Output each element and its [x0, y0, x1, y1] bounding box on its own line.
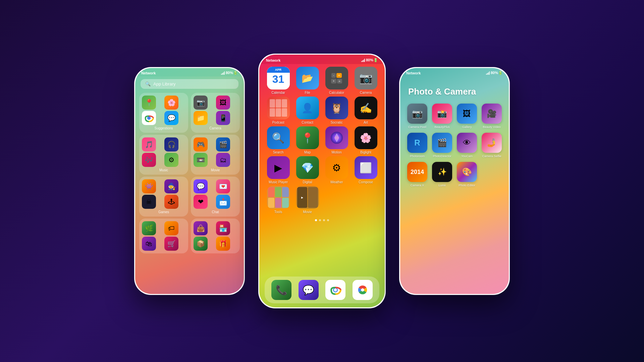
app-icon-shop2[interactable]: 🛒 — [164, 237, 178, 251]
calculator-label: Calculator — [329, 91, 344, 95]
app-file[interactable]: 📂 File — [294, 67, 321, 95]
app-icon-gallery[interactable]: 🖼 — [216, 96, 230, 110]
app-icon-photos[interactable]: 🌸 — [164, 96, 178, 110]
apps1-group[interactable]: 🌿 🏷 🛍 🛒 — [139, 219, 188, 253]
app-icon-multi[interactable]: 📱 — [216, 111, 230, 125]
app-icon-camera[interactable]: 📷 — [194, 96, 208, 110]
app-calculator[interactable]: - × + = Calculator — [323, 67, 350, 95]
chat-group[interactable]: 💬 💌 ❤ 📩 Chat — [191, 177, 240, 217]
app-icon-game[interactable]: 🎮 — [194, 137, 208, 152]
photo-app-youcam[interactable]: 👁 YouCam — [457, 133, 477, 158]
app-icon-games1[interactable]: 👾 — [142, 179, 156, 193]
app-icon-apps2[interactable]: 🏷 — [164, 221, 178, 235]
app-podcast[interactable]: Podcast — [265, 97, 292, 124]
games-label: Games — [142, 210, 185, 214]
app-icon-games3[interactable]: 🕹 — [164, 195, 178, 209]
photo-app-photoroom[interactable]: R Photoroom — [407, 133, 428, 158]
app-icon-misc1[interactable]: 📦 — [194, 237, 208, 251]
photo-app-camerax[interactable]: 2014 Camera X — [407, 162, 428, 187]
app-weather[interactable]: ⚙ Weather — [323, 156, 350, 184]
app-icon-games2[interactable]: 🧙 — [164, 179, 178, 193]
app-contact[interactable]: 👤 Contact — [294, 97, 321, 124]
apps2-group[interactable]: 👜 🏪 📦 🎁 — [191, 219, 240, 253]
photo-app-lumii[interactable]: ✨ Lumii — [432, 162, 452, 187]
app-icon-shop1[interactable]: 🛍 — [142, 237, 156, 251]
photo-app-beautyvideo[interactable]: 🎥 Beauty Video — [481, 104, 502, 129]
contact-icon: 👤 — [296, 97, 319, 119]
app-icon-chat2[interactable]: 💌 — [216, 179, 230, 193]
app-compose[interactable]: ⬜ Compose — [352, 156, 379, 184]
gallery-icon: 🖼 — [457, 104, 477, 124]
battery-label-1: 80%🔋 — [226, 71, 238, 75]
app-icon-bag[interactable]: 👜 — [194, 221, 208, 235]
svg-point-7 — [361, 288, 364, 292]
app-library-search[interactable]: 🔍 App Library — [141, 79, 238, 89]
app-icon-pirates[interactable]: ☠ — [142, 195, 156, 209]
beautyvideo-label: Beauty Video — [483, 125, 500, 129]
photoeditor-label: Photo Editor — [459, 184, 475, 187]
app-icon-dots[interactable]: ⚙ — [164, 153, 178, 167]
music-group[interactable]: 🎵 🎧 🎶 ⚙ Music — [139, 135, 188, 175]
map-icon: 📍 — [296, 126, 319, 149]
photoeditor-icon: 🎨 — [457, 162, 477, 182]
app-icon-more2[interactable]: 🗂 — [216, 153, 230, 167]
app-icon-apps1[interactable]: 🌿 — [142, 221, 156, 235]
campix-label: Camera Pixel — [408, 125, 426, 129]
app-icon-chat4[interactable]: 📩 — [216, 195, 230, 209]
app-icon-messages[interactable]: 💬 — [164, 111, 178, 125]
dock-photos[interactable] — [353, 280, 373, 300]
suggestions-group[interactable]: 📍 🌸 💬 Suggestions — [139, 93, 188, 133]
digital-label: Digital — [303, 180, 312, 184]
app-movie2[interactable]: ▶ Movie — [294, 186, 321, 214]
app-icon-chat3[interactable]: ❤ — [194, 195, 208, 209]
dock-messages[interactable]: 💬 — [299, 280, 319, 300]
weather-label: Weather — [330, 180, 343, 184]
app-icon-sale[interactable]: 🏪 — [216, 221, 230, 235]
dock-phone[interactable]: 📞 — [271, 280, 291, 300]
camera2-label: Camera — [360, 91, 372, 95]
photo-app-beautyplus[interactable]: 📸 BeautyPlus — [432, 104, 452, 129]
app-icon-files[interactable]: 📁 — [194, 111, 208, 125]
app-icon-chat1[interactable]: 💬 — [194, 179, 208, 193]
app-socratic[interactable]: 🦉 Socratic — [323, 97, 350, 124]
app-icon-misc2[interactable]: 🎁 — [216, 237, 230, 251]
photo-app-cameraselfie[interactable]: 🤳 Camera Selfie — [481, 133, 502, 158]
app-icon-movie[interactable]: 🎬 — [216, 137, 230, 152]
beautyplus-label: BeautyPlus — [434, 125, 450, 129]
app-icon-music1[interactable]: 🎵 — [142, 137, 156, 152]
app-search[interactable]: 🔍 Search — [265, 126, 292, 154]
app-motion[interactable]: Motion — [323, 126, 350, 154]
app-calendar[interactable]: APR 31 Calendar — [265, 67, 292, 95]
search-icon-app: 🔍 — [267, 126, 290, 149]
app-biglight[interactable]: 🌸 Biglight — [352, 126, 379, 154]
app-icon-maps[interactable]: 📍 — [142, 96, 156, 110]
app-icon-more1[interactable]: 📼 — [194, 153, 208, 167]
calc-icon: - × + = — [325, 67, 348, 89]
dot-2 — [319, 219, 321, 221]
status-bar-1: Network 80%🔋 — [135, 68, 244, 76]
chat-label: Chat — [194, 210, 237, 214]
movie-group[interactable]: 🎮 🎬 📼 🗂 Movie — [191, 135, 240, 175]
app-digital[interactable]: 💎 Digital — [294, 156, 321, 184]
network-label-3: Network — [406, 71, 421, 75]
photo-app-campix[interactable]: 📷 Camera Pixel — [407, 104, 428, 129]
photo-app-photoeditor[interactable]: 🎨 Photo Editor — [457, 162, 477, 187]
photodirector-icon: 🎬 — [432, 133, 452, 153]
status-right-2: 80%🔋 — [361, 58, 378, 62]
app-icon-musicapp[interactable]: 🎶 — [142, 153, 156, 167]
app-map[interactable]: 📍 Map — [294, 126, 321, 154]
signal-icon-1 — [221, 71, 225, 75]
app-music-player[interactable]: ▶ Music Player — [265, 156, 292, 184]
app-icon-chrome[interactable] — [142, 111, 156, 125]
phone-2: Network 80%🔋 APR 31 — [258, 54, 386, 308]
dock-chrome[interactable] — [325, 280, 345, 300]
app-camera2[interactable]: 📷 Camera — [352, 67, 379, 95]
photo-app-gallery[interactable]: 🖼 Gallery — [457, 104, 477, 129]
app-tools[interactable]: Tools — [265, 186, 292, 214]
app-art[interactable]: ✍ Art — [352, 97, 379, 124]
photo-app-photodirector[interactable]: 🎬 PhotoDirector — [432, 133, 452, 158]
app-icon-music2[interactable]: 🎧 — [164, 137, 178, 152]
games-group[interactable]: 👾 🧙 ☠ 🕹 Games — [139, 177, 188, 217]
phone-1: Network 80%🔋 🔍 App Library 📍 — [134, 67, 245, 295]
camera-group[interactable]: 📷 🖼 📁 📱 Camera — [191, 93, 240, 133]
